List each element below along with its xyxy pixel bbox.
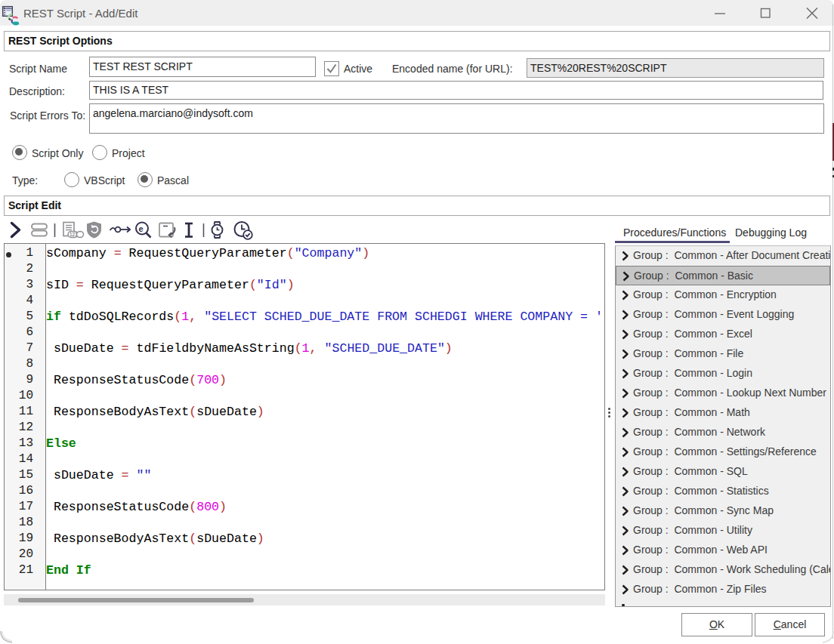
svg-text:e: e [139, 224, 144, 233]
